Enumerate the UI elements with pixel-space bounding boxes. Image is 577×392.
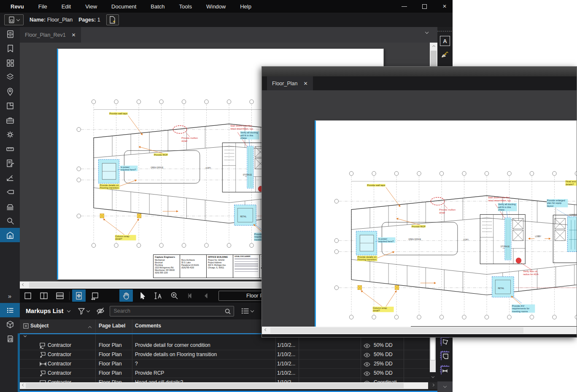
- minimize-button[interactable]: [399, 2, 409, 11]
- pdf-page[interactable]: OPEN OFFICE LOBBY RETAIL CONFERENCE STOR…: [315, 120, 577, 327]
- sidebar-expand-button[interactable]: »: [0, 289, 20, 303]
- menu-revu[interactable]: Revu: [0, 0, 31, 13]
- tab-floor-plan[interactable]: Floor_Plan ✕: [267, 76, 313, 90]
- scroll-left-icon[interactable]: [22, 384, 24, 387]
- table-row[interactable]: Contractor Floor Plan Provide RCP 1/10/2…: [20, 369, 430, 378]
- column-page-label[interactable]: Page Label: [99, 323, 125, 329]
- scroll-right-icon[interactable]: [431, 384, 434, 387]
- previous-page-button[interactable]: [200, 289, 213, 302]
- menu-help[interactable]: Help: [233, 0, 259, 13]
- status-cell[interactable]: 25% DD: [374, 361, 393, 367]
- sidebar-item-studio[interactable]: [0, 228, 20, 242]
- sidebar-item-3d-model[interactable]: [0, 317, 20, 332]
- close-icon[interactable]: ✕: [303, 81, 307, 87]
- table-row[interactable]: Contractor Floor Plan Provide details on…: [20, 350, 430, 360]
- first-page-button[interactable]: [183, 289, 197, 302]
- profile-dropdown-button[interactable]: [4, 14, 24, 25]
- sidebar-item-search[interactable]: [0, 214, 20, 228]
- sidebar-item-thumbnails[interactable]: [0, 56, 20, 70]
- columns-menu-button[interactable]: [240, 305, 251, 316]
- table-horizontal-scrollbar[interactable]: [20, 382, 428, 389]
- side-by-side-view-button[interactable]: [37, 289, 51, 302]
- markup-text-tool[interactable]: A: [440, 36, 450, 46]
- single-page-view-button[interactable]: [21, 289, 35, 302]
- status-cell[interactable]: 50% DD: [374, 342, 393, 348]
- select-tool-button[interactable]: [135, 289, 149, 302]
- markups-search[interactable]: [110, 306, 234, 316]
- menu-batch[interactable]: Batch: [143, 0, 172, 13]
- filter-button[interactable]: [76, 305, 87, 316]
- insert-page-button[interactable]: [106, 14, 119, 25]
- close-button[interactable]: ✕: [440, 2, 449, 11]
- sidebar-item-javascript[interactable]: [0, 332, 20, 346]
- menu-window[interactable]: Window: [199, 0, 233, 13]
- scroll-left-icon[interactable]: [264, 328, 267, 331]
- sidebar-item-markups-list[interactable]: [0, 303, 20, 317]
- sidebar-item-flags[interactable]: [0, 185, 20, 199]
- search-input[interactable]: [110, 308, 220, 314]
- drag-handle-icon[interactable]: ••••••••: [437, 30, 453, 32]
- calibrate-tool[interactable]: [437, 48, 453, 60]
- tab-floor-plan-rev1[interactable]: Floor_Plan_Rev1 ✕: [20, 27, 81, 43]
- collapse-group-icon[interactable]: [24, 334, 27, 337]
- sidebar-item-calibrate[interactable]: [0, 170, 20, 185]
- column-comments[interactable]: Comments: [135, 323, 161, 329]
- scrollbar-thumb[interactable]: [430, 337, 435, 360]
- filter-chevron-icon[interactable]: [86, 308, 90, 312]
- pan-tool-button[interactable]: [119, 289, 133, 302]
- table-row[interactable]: Contractor Floor Plan ? 1/10/2... 25% DD: [20, 360, 430, 369]
- sidebar-item-markups-summary[interactable]: [0, 156, 20, 170]
- maximize-button[interactable]: [420, 2, 429, 11]
- columns-chevron-icon[interactable]: [251, 308, 254, 312]
- status-cell[interactable]: 50% DD: [374, 370, 393, 376]
- status-cell[interactable]: 50% DD: [374, 351, 393, 357]
- floating-document-window[interactable]: Floor_Plan ✕: [262, 66, 577, 338]
- zoom-tool-button[interactable]: [167, 289, 181, 302]
- visibility-eye-icon[interactable]: [364, 343, 370, 349]
- pan-page-button[interactable]: [72, 289, 86, 302]
- table-row[interactable]: Contractor Floor Plan Provide detail for…: [20, 341, 430, 350]
- select-text-button[interactable]: [151, 289, 165, 302]
- menu-view[interactable]: View: [78, 0, 104, 13]
- status-cell[interactable]: Coordinati: [374, 379, 397, 382]
- scrollbar-thumb[interactable]: [29, 282, 265, 288]
- floating-document-view[interactable]: OPEN OFFICE LOBBY RETAIL CONFERENCE STOR…: [262, 90, 577, 327]
- hide-markups-button[interactable]: [95, 305, 106, 316]
- floating-horizontal-scrollbar[interactable]: [262, 327, 577, 334]
- scroll-left-icon[interactable]: [22, 283, 24, 286]
- sidebar-item-measurements[interactable]: [0, 142, 20, 156]
- sidebar-item-tool-chest[interactable]: [0, 113, 20, 127]
- menu-tools[interactable]: Tools: [172, 0, 199, 13]
- markup-annotations[interactable]: Provide wall taps Head and sill details?…: [357, 180, 577, 316]
- visibility-eye-icon[interactable]: [364, 362, 370, 368]
- sidebar-item-layers[interactable]: [0, 70, 20, 84]
- menu-document[interactable]: Document: [104, 0, 143, 13]
- split-view-button[interactable]: [53, 289, 67, 302]
- scrollbar-thumb[interactable]: [270, 327, 523, 333]
- sidebar-item-sets[interactable]: [0, 199, 20, 214]
- close-icon[interactable]: ✕: [72, 32, 76, 38]
- scrollbar-thumb[interactable]: [26, 383, 404, 388]
- sidebar-item-bookmarks[interactable]: [0, 41, 20, 56]
- sidebar-item-places[interactable]: [0, 84, 20, 99]
- table-vertical-scrollbar[interactable]: [430, 333, 436, 382]
- sidebar-item-properties[interactable]: [0, 127, 20, 142]
- scroll-down-icon[interactable]: [431, 375, 434, 378]
- menu-file[interactable]: File: [31, 0, 54, 13]
- floating-window-titlebar[interactable]: [262, 67, 577, 76]
- expand-all-button[interactable]: [23, 323, 29, 330]
- menu-edit[interactable]: Edit: [54, 0, 78, 13]
- area-measure-tool[interactable]: [437, 349, 453, 362]
- sidebar-item-spaces[interactable]: [0, 99, 20, 113]
- tab-overflow-chevron-icon[interactable]: [425, 30, 429, 34]
- column-subject[interactable]: Subject: [30, 323, 49, 329]
- fit-page-button[interactable]: [88, 289, 102, 302]
- visibility-eye-icon[interactable]: [364, 353, 370, 359]
- panel-collapse-button[interactable]: [437, 381, 453, 392]
- markups-menu-chevron-icon[interactable]: [67, 308, 70, 312]
- scroll-up-icon[interactable]: [432, 45, 435, 48]
- visibility-eye-icon[interactable]: [364, 371, 370, 377]
- sidebar-item-file-access[interactable]: [0, 27, 20, 41]
- length-measure-tool[interactable]: [437, 364, 453, 376]
- table-row[interactable]: Contractor Floor Plan Head and sill deta…: [20, 378, 430, 382]
